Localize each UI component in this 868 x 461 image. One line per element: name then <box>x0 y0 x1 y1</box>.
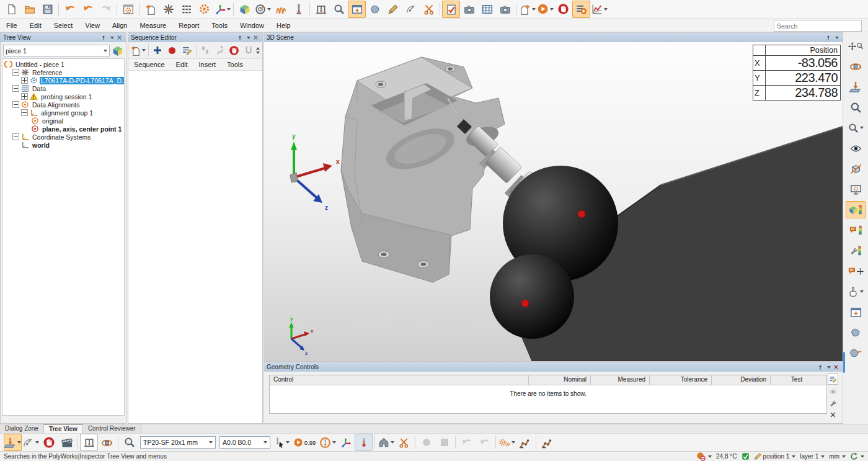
cloud-measure-icon[interactable] <box>366 1 384 18</box>
magnet-pause-icon[interactable] <box>242 42 256 59</box>
colormap-adjust-icon[interactable] <box>846 242 866 259</box>
chevron-down-icon[interactable] <box>244 34 252 42</box>
collapse-expander[interactable] <box>12 101 19 108</box>
menu-file[interactable]: File <box>0 20 24 31</box>
screen-options-icon[interactable] <box>846 181 866 198</box>
clipping-cube-icon[interactable] <box>846 160 866 177</box>
collapse-expander[interactable] <box>12 69 19 76</box>
edit-steps-icon[interactable] <box>179 42 193 59</box>
probe-home-icon[interactable] <box>377 434 395 451</box>
measure-gauge-icon[interactable] <box>254 1 272 18</box>
menu-edit[interactable]: Edit <box>24 20 48 31</box>
colormap-annotations-icon[interactable] <box>846 222 866 239</box>
step-mode-icon[interactable] <box>198 42 213 59</box>
scroll-down-icon[interactable] <box>256 51 260 54</box>
expand-expander[interactable] <box>21 77 28 84</box>
previous-disabled-icon[interactable] <box>458 434 476 451</box>
menu-help[interactable]: Help <box>270 20 297 31</box>
annotation-move-icon[interactable] <box>846 262 866 280</box>
tree-item-reference[interactable]: Reference <box>2 68 124 76</box>
nc-status-icon[interactable] <box>742 452 750 460</box>
tree-item-coordinate-systems[interactable]: Coordinate Systems <box>2 133 124 141</box>
snapshot-add-icon[interactable] <box>460 1 478 18</box>
pin-icon[interactable] <box>824 34 832 42</box>
chevron-down-icon[interactable] <box>832 34 840 42</box>
import-model-icon[interactable] <box>141 1 159 18</box>
probe-stylus-icon[interactable] <box>290 1 308 18</box>
pan-zoom-icon[interactable] <box>846 37 866 55</box>
cmm-machine-icon[interactable] <box>80 434 98 451</box>
probe-direction-icon[interactable] <box>22 434 40 451</box>
chevron-down-icon[interactable] <box>824 364 832 371</box>
chevron-down-icon[interactable] <box>107 34 115 42</box>
tab-dialog-zone[interactable]: Dialog Zone <box>0 424 44 433</box>
pin-icon[interactable] <box>99 34 107 42</box>
rotate-span-icon[interactable] <box>98 434 116 451</box>
fixture-icon[interactable] <box>312 1 330 18</box>
tool-orientation-select[interactable]: A0.0 B0.0 <box>219 436 270 449</box>
probe-qualify-icon[interactable] <box>120 434 138 451</box>
piece-selector[interactable]: piece 1 <box>3 45 110 56</box>
scroll-indicator[interactable] <box>843 352 845 373</box>
new-sequence-icon[interactable] <box>130 42 146 59</box>
thermometer-icon[interactable] <box>355 434 373 451</box>
menu-window[interactable]: Window <box>234 20 270 31</box>
undo-all-icon[interactable] <box>79 1 97 18</box>
edit-table-icon[interactable] <box>828 374 838 385</box>
colormap-object-icon[interactable] <box>846 201 866 218</box>
probe-axis-icon[interactable] <box>213 1 231 18</box>
column-test[interactable]: Test <box>771 375 823 385</box>
scene-viewport[interactable]: y x z y x z Position X-83.056 Y223.4 <box>264 42 843 361</box>
close-icon[interactable] <box>832 364 840 371</box>
tree-item-world[interactable]: world <box>2 141 124 149</box>
wrench-icon[interactable] <box>829 399 836 407</box>
position-select[interactable]: position 1 <box>754 452 796 460</box>
probe-model-select[interactable]: TP20-SF 20x1 mm <box>140 436 216 449</box>
close-icon[interactable] <box>252 34 260 42</box>
tree-item-plane-axis-centerpoint[interactable]: plane, axis, center point 1 <box>2 125 124 133</box>
probe-cursor-icon[interactable] <box>272 434 290 451</box>
alignment-wizard-icon[interactable] <box>159 1 177 18</box>
collapse-expander[interactable] <box>12 133 19 140</box>
next-disabled-icon[interactable] <box>476 434 494 451</box>
axis-probe-icon[interactable] <box>337 434 355 451</box>
tree-item-original[interactable]: original <box>2 117 124 125</box>
close-icon[interactable] <box>115 34 123 42</box>
circle-probe-icon[interactable] <box>319 434 337 451</box>
save-icon[interactable] <box>38 1 56 18</box>
curve-comparison-icon[interactable] <box>272 1 290 18</box>
stop-sequence-icon[interactable] <box>227 42 241 59</box>
seq-menu-insert[interactable]: Insert <box>193 60 222 69</box>
zoom-region-icon[interactable] <box>846 99 866 116</box>
grip-probe-icon[interactable] <box>402 1 420 18</box>
snapshot-camera-icon[interactable] <box>496 1 514 18</box>
menu-align[interactable]: Align <box>106 20 133 31</box>
paint-probe-icon[interactable] <box>384 1 402 18</box>
menu-select[interactable]: Select <box>48 20 79 31</box>
device-gears-icon[interactable] <box>498 434 516 451</box>
stop-measurement-icon[interactable] <box>554 1 572 18</box>
layer-select[interactable]: layer 1 <box>800 453 825 460</box>
tree-item-project[interactable]: Untitled - piece 1 <box>2 60 124 68</box>
digital-readout-icon[interactable] <box>177 1 195 18</box>
new-document-icon[interactable] <box>2 1 20 18</box>
search-input[interactable] <box>774 22 863 30</box>
seq-menu-edit[interactable]: Edit <box>170 60 193 69</box>
clapperboard-icon[interactable] <box>58 434 76 451</box>
column-deviation[interactable]: Deviation <box>712 375 771 385</box>
menu-measure[interactable]: Measure <box>133 20 172 31</box>
device-status-icon[interactable] <box>696 452 712 461</box>
probe-plane-align-icon[interactable] <box>4 434 22 451</box>
color-cube-icon[interactable] <box>236 1 254 18</box>
tree-item-cad-model[interactable]: L70617A-D-PD-L70617A_D.x_t <box>2 76 124 84</box>
tree-item-data-alignments[interactable]: Data Alignments <box>2 101 124 109</box>
record-step-icon[interactable] <box>165 42 179 59</box>
undo-icon[interactable] <box>61 1 79 18</box>
piece-info-icon[interactable] <box>112 45 123 56</box>
units-select[interactable]: mm <box>829 453 846 460</box>
add-step-icon[interactable] <box>151 42 165 59</box>
open-folder-icon[interactable] <box>20 1 38 18</box>
surface-sync-icon[interactable] <box>846 344 866 362</box>
record-disabled-icon[interactable] <box>417 434 435 451</box>
magnifier-probe-icon[interactable] <box>330 1 348 18</box>
